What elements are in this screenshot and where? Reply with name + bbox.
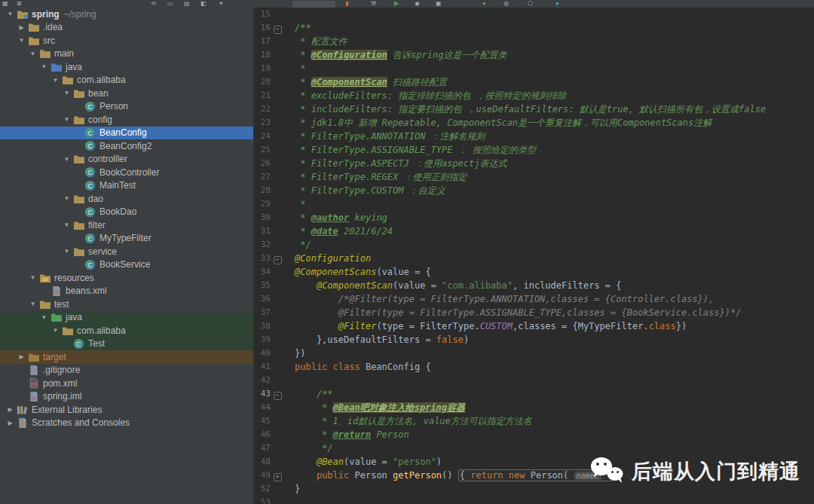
project-tree[interactable]: ▼spring~/spring▶.idea▼src▼main▼java▼com.… bbox=[0, 8, 253, 504]
tree-item-spring[interactable]: ▼spring~/spring bbox=[0, 8, 253, 21]
chevron-right-icon[interactable]: ▶ bbox=[16, 353, 27, 360]
code-line[interactable]: 26 * FilterType.ASPECTJ ：使用aspectj表达式 bbox=[254, 157, 814, 170]
chevron-down-icon[interactable]: ▼ bbox=[61, 90, 72, 96]
tree-item-test[interactable]: CTest bbox=[0, 338, 253, 351]
code-line[interactable]: 34@ComponentScans(value = { bbox=[254, 265, 814, 279]
chevron-down-icon[interactable]: ▼ bbox=[61, 221, 72, 228]
window-icon[interactable]: ▦ bbox=[2, 0, 8, 8]
menu-icon[interactable]: ≣ bbox=[17, 0, 22, 8]
chevron-down-icon[interactable]: ▼ bbox=[16, 37, 27, 44]
code-line[interactable]: 43− /** bbox=[254, 387, 814, 401]
service-icon[interactable]: ● bbox=[555, 0, 559, 8]
code-line[interactable]: 41public class BeanConfig { bbox=[254, 360, 814, 374]
fold-marker[interactable]: + bbox=[272, 469, 283, 482]
tree-item-bookcontroller[interactable]: CBookController bbox=[0, 166, 253, 179]
code-line[interactable]: 33−@Configuration bbox=[254, 252, 814, 265]
tree-item-service[interactable]: ▼service bbox=[0, 245, 253, 258]
tree-item-com-alibaba[interactable]: ▼com.alibaba bbox=[0, 74, 253, 87]
code-editor[interactable]: 1516−/**17 * 配置文件18 * @Configuration 告诉s… bbox=[253, 8, 814, 504]
tree-item-scratches-and-consoles[interactable]: ▶Scratches and Consoles bbox=[0, 417, 253, 430]
tree-item-config[interactable]: ▼config bbox=[0, 113, 253, 127]
code-line[interactable]: 15 bbox=[254, 8, 814, 21]
code-line[interactable]: 28 * FilterType.CUSTOM ：自定义 bbox=[254, 184, 814, 197]
chevron-down-icon[interactable]: ▼ bbox=[50, 77, 61, 84]
chevron-down-icon[interactable]: ▼ bbox=[27, 301, 38, 307]
fold-collapse-icon[interactable]: − bbox=[274, 26, 282, 34]
toolbar-icon[interactable]: ▣ bbox=[436, 0, 442, 8]
tree-item-java[interactable]: ▼java bbox=[0, 311, 253, 325]
code-line[interactable]: 44 * @Bean吧对象注入给spring容器 bbox=[254, 401, 814, 414]
chevron-down-icon[interactable]: ▼ bbox=[61, 248, 72, 255]
toolbar-icon[interactable]: ▭ bbox=[167, 0, 173, 8]
code-line[interactable]: 22 * includeFilters: 指定要扫描的包 ，useDefault… bbox=[254, 102, 814, 116]
code-line[interactable]: 23 * jdk1.8中 新增 Repeatable, ComponentSca… bbox=[254, 116, 814, 130]
tree-item-gitignore[interactable]: .gitignore bbox=[0, 364, 253, 377]
code-line[interactable]: 46 * @return Person bbox=[254, 428, 814, 441]
code-line[interactable]: 35 @ComponentScan(value = "com.alibaba",… bbox=[254, 279, 814, 292]
toolbar-icon[interactable]: ◧ bbox=[200, 0, 207, 8]
tree-item-test[interactable]: ▼test bbox=[0, 298, 253, 311]
run-config-icon[interactable]: ▮ bbox=[345, 0, 348, 8]
toolbar-icon[interactable]: ◍ bbox=[503, 0, 509, 8]
tree-item-mytypefilter[interactable]: CMyTypeFilter bbox=[0, 232, 253, 246]
code-line[interactable]: 31 * @date 2021/6/24 bbox=[254, 225, 814, 238]
chevron-right-icon[interactable]: ▶ bbox=[16, 24, 27, 31]
fold-marker[interactable]: − bbox=[272, 21, 283, 35]
code-line[interactable]: 53 bbox=[254, 496, 814, 504]
code-line[interactable]: 39 },useDefaultFilters = false) bbox=[254, 333, 814, 347]
code-line[interactable]: 18 * @Configuration 告诉spring这是一个配置类 bbox=[254, 48, 814, 62]
code-line[interactable]: 42 bbox=[254, 374, 814, 387]
code-line[interactable]: 19 * bbox=[254, 62, 814, 75]
code-line[interactable]: 30 * @author keying bbox=[254, 211, 814, 225]
chevron-down-icon[interactable]: ▼ bbox=[38, 63, 50, 70]
tree-item-controlller[interactable]: ▼controlller bbox=[0, 153, 253, 166]
active-tab[interactable] bbox=[292, 1, 335, 8]
chevron-down-icon[interactable]: ▼ bbox=[50, 327, 61, 334]
code-line[interactable]: 36 /*@Filter(type = FilterType.ANNOTATIO… bbox=[254, 292, 814, 306]
tree-item-beanconfig[interactable]: CBeanConfig bbox=[0, 127, 253, 140]
tree-item-target[interactable]: ▶target bbox=[0, 350, 253, 364]
tree-item-dao[interactable]: ▼dao bbox=[0, 192, 253, 206]
code-line[interactable]: 25 * FilterType.ASSIGNABLE_TYPE ： 按照给定的类… bbox=[254, 143, 814, 157]
fold-collapse-icon[interactable]: − bbox=[274, 256, 282, 264]
chevron-right-icon[interactable]: ▶ bbox=[5, 420, 16, 426]
tree-item-maintest[interactable]: CMainTest bbox=[0, 179, 253, 193]
code-line[interactable]: 21 * excludeFilters: 指定排除扫描的包 ，按照特定的规则排除 bbox=[254, 89, 814, 102]
tree-item-bookdao[interactable]: CBookDao bbox=[0, 206, 253, 219]
fold-expand-icon[interactable]: + bbox=[274, 473, 282, 481]
tree-item-java[interactable]: ▼java bbox=[0, 60, 253, 74]
chevron-down-icon[interactable]: ▼ bbox=[27, 274, 38, 281]
toolbar-icon[interactable]: ▤ bbox=[184, 0, 190, 8]
undo-icon[interactable]: ⟲ bbox=[151, 0, 156, 8]
tree-item-person[interactable]: CPerson bbox=[0, 100, 253, 114]
chevron-down-icon[interactable]: ▼ bbox=[61, 195, 72, 202]
fold-collapse-icon[interactable]: − bbox=[274, 392, 282, 400]
code-line[interactable]: 37 @Filter(type = FilterType.ASSIGNABLE_… bbox=[254, 306, 814, 319]
chevron-down-icon[interactable]: ▼ bbox=[5, 11, 16, 17]
code-line[interactable]: 29 * bbox=[254, 197, 814, 211]
tree-item-src[interactable]: ▼src bbox=[0, 34, 253, 47]
build-icon[interactable]: ⚒ bbox=[371, 0, 376, 8]
code-line[interactable]: 32 */ bbox=[254, 238, 814, 252]
tree-item-main[interactable]: ▼main bbox=[0, 47, 253, 61]
code-line[interactable]: 47 */ bbox=[254, 441, 814, 455]
tree-item-pom-xml[interactable]: mpom.xml bbox=[0, 377, 253, 390]
tree-item-resources[interactable]: ▼resources bbox=[0, 271, 253, 285]
tree-item-filter[interactable]: ▼filter bbox=[0, 218, 253, 232]
fold-marker[interactable]: − bbox=[272, 387, 283, 401]
tree-item-external-libraries[interactable]: ▶External Libraries bbox=[0, 403, 253, 417]
code-line[interactable]: 40}) bbox=[254, 347, 814, 360]
chevron-right-icon[interactable]: ▶ bbox=[5, 406, 16, 413]
toolbar-icon[interactable]: ⬡ bbox=[528, 0, 533, 8]
code-line[interactable]: 24 * FilterType.ANNOTATION ：注解名规则 bbox=[254, 130, 814, 143]
code-line[interactable]: 45 * 1、id默认是方法名, value方法可以指定方法名 bbox=[254, 414, 814, 428]
chevron-down-icon[interactable]: ▼ bbox=[61, 156, 72, 163]
toolbar-icon[interactable]: ✦ bbox=[219, 0, 224, 8]
code-line[interactable]: 20 * @ComponentScan 扫描路径配置 bbox=[254, 75, 814, 89]
tree-item-bookservice[interactable]: CBookService bbox=[0, 258, 253, 272]
code-line[interactable]: 38 @Filter(type = FilterType.CUSTOM,clas… bbox=[254, 319, 814, 333]
tree-item-beans-xml[interactable]: </>beans.xml bbox=[0, 285, 253, 298]
status-icon[interactable]: ● bbox=[482, 0, 486, 8]
code-line[interactable]: 16−/** bbox=[254, 21, 814, 35]
chevron-down-icon[interactable]: ▼ bbox=[38, 314, 50, 321]
